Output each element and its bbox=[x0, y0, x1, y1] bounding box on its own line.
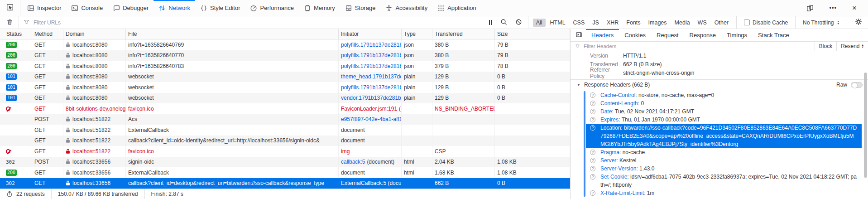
resend-dropdown-button[interactable]: Resend ▲▼ bbox=[836, 42, 868, 51]
tab-memory[interactable]: Memory bbox=[299, 0, 340, 16]
pick-element-button[interactable] bbox=[0, 0, 20, 16]
details-tab-response[interactable]: Response bbox=[684, 29, 722, 41]
tab-application[interactable]: Application bbox=[432, 0, 481, 16]
request-row[interactable]: 101GETlocalhost:8080websocketpolyfills.1… bbox=[0, 82, 570, 93]
header-row-pragma[interactable]: ?Pragma: no-cache bbox=[586, 148, 862, 156]
tab-style-editor[interactable]: Style Editor bbox=[195, 0, 245, 16]
search-requests-button[interactable] bbox=[496, 16, 511, 29]
header-row-content-length[interactable]: ?Content-Length: 0 bbox=[586, 99, 862, 107]
details-tab-headers[interactable]: Headers bbox=[586, 29, 619, 41]
tab-performance[interactable]: Performance bbox=[245, 0, 298, 16]
block-url-button[interactable]: Block bbox=[815, 42, 836, 51]
details-tab-cookies[interactable]: Cookies bbox=[619, 29, 651, 41]
header-row-expires[interactable]: ?Expires: Thu, 01 Jan 1970 00:00:00 GMT bbox=[586, 116, 862, 124]
column-header-file[interactable]: File bbox=[126, 29, 339, 39]
initiator-link[interactable]: ExternalCallback:5 (docume… bbox=[341, 180, 402, 186]
initiator-link[interactable]: vendor.1791b137de281b787… bbox=[341, 95, 402, 101]
type-filter-css[interactable]: CSS bbox=[570, 19, 588, 27]
details-tab-timings[interactable]: Timings bbox=[721, 29, 753, 41]
initiator-link[interactable]: polyfills.1791b137de281b787… bbox=[341, 42, 402, 48]
column-header-status[interactable]: Status bbox=[0, 29, 32, 39]
request-row[interactable]: 200GETlocalhost:33656ExternalCallbackdoc… bbox=[0, 167, 570, 178]
tab-inspector[interactable]: Inspector bbox=[22, 0, 66, 16]
header-help-icon[interactable]: ? bbox=[590, 174, 595, 180]
header-help-icon[interactable]: ? bbox=[590, 125, 595, 131]
network-settings-button[interactable] bbox=[849, 18, 868, 27]
header-help-icon[interactable]: ? bbox=[590, 92, 595, 98]
block-requests-button[interactable] bbox=[511, 16, 526, 29]
disable-cache-checkbox[interactable] bbox=[744, 19, 750, 25]
request-row[interactable]: GETlocalhost:51822favicon.icoimgCSP bbox=[0, 146, 570, 157]
header-row-set-cookie[interactable]: ?Set-Cookie: idsrv=adf6cba1-7075-402b-9e… bbox=[586, 173, 862, 189]
request-row[interactable]: 302GETlocalhost:33656callback?client_id=… bbox=[0, 178, 570, 189]
header-help-icon[interactable]: ? bbox=[590, 109, 595, 114]
initiator-link[interactable]: polyfills.1791b137de281b787… bbox=[341, 84, 402, 91]
header-row-server-version[interactable]: ?Server-Version: 1.43.0 bbox=[586, 165, 862, 173]
column-header-initiator[interactable]: Initiator bbox=[339, 29, 402, 39]
throttling-dropdown[interactable]: No Throttling ▲▼ bbox=[797, 19, 845, 26]
tab-console[interactable]: Console bbox=[66, 0, 108, 16]
disable-cache-control[interactable]: Disable Cache bbox=[739, 19, 793, 26]
request-row[interactable]: GETlocalhost:51822ExternalCallbackdocume… bbox=[0, 125, 570, 136]
method-cell: GET bbox=[32, 125, 63, 136]
initiator-link[interactable]: e957f897-042e-4ba1-aff1-… bbox=[341, 116, 402, 122]
initiator-link[interactable]: callback:5 bbox=[341, 159, 365, 165]
header-help-icon[interactable]: ? bbox=[590, 158, 595, 163]
filter-headers-input[interactable] bbox=[583, 42, 815, 51]
raw-toggle-switch[interactable] bbox=[851, 82, 863, 88]
domain-cell: localhost:51822 bbox=[63, 114, 126, 125]
pause-traffic-button[interactable] bbox=[485, 16, 496, 29]
header-row-server[interactable]: ?Server: Kestrel bbox=[586, 156, 862, 165]
details-scrollbar[interactable] bbox=[864, 73, 867, 178]
responsive-design-mode-button[interactable] bbox=[802, 0, 818, 16]
type-filter-media[interactable]: Media bbox=[671, 19, 693, 27]
type-filter-images[interactable]: Images bbox=[645, 19, 670, 27]
type-filter-ws[interactable]: WS bbox=[695, 19, 710, 27]
header-row-cache-control[interactable]: ?Cache-Control: no-store, no-cache, max-… bbox=[586, 91, 862, 99]
header-help-icon[interactable]: ? bbox=[590, 150, 595, 155]
request-row[interactable]: 302POSTlocalhost:33656signin-oidccallbac… bbox=[0, 157, 570, 168]
initiator-link[interactable]: polyfills.1791b137de281b787… bbox=[341, 63, 402, 69]
type-filter-html[interactable]: HTML bbox=[547, 19, 569, 27]
column-header-size[interactable]: Size bbox=[495, 29, 570, 39]
header-row-x-rate-limit-limit[interactable]: ?X-Rate-Limit-Limit: 1m bbox=[586, 189, 862, 197]
header-help-icon[interactable]: ? bbox=[590, 190, 595, 196]
tab-accessibility[interactable]: Accessibility bbox=[380, 0, 432, 16]
request-row[interactable]: 200GETlocalhost:8080info?t=1635826640769… bbox=[0, 39, 570, 50]
column-header-type[interactable]: Type bbox=[402, 29, 432, 39]
type-filter-xhr[interactable]: XHR bbox=[604, 19, 622, 27]
header-help-icon[interactable]: ? bbox=[590, 117, 595, 122]
request-row[interactable]: 200GETlocalhost:8080info?t=1635826640783… bbox=[0, 61, 570, 72]
type-filter-js[interactable]: JS bbox=[589, 19, 602, 27]
type-filter-all[interactable]: All bbox=[533, 19, 546, 27]
column-header-transferred[interactable]: Transferred bbox=[432, 29, 495, 39]
tab-debugger[interactable]: Debugger bbox=[108, 0, 153, 16]
details-tab-stack-trace[interactable]: Stack Trace bbox=[753, 29, 795, 41]
details-tab-request[interactable]: Request bbox=[651, 29, 684, 41]
initiator-link[interactable]: polyfills.1791b137de281b787… bbox=[341, 52, 402, 58]
column-header-domain[interactable]: Domain bbox=[63, 29, 126, 39]
tab-storage[interactable]: Storage bbox=[340, 0, 381, 16]
request-row[interactable]: POSTlocalhost:51822Acse957f897-042e-4ba1… bbox=[0, 114, 570, 125]
header-row-location[interactable]: ?Location: bitwarden://sso-callback?code… bbox=[586, 124, 862, 148]
type-filter-fonts[interactable]: Fonts bbox=[623, 19, 643, 27]
devtools-menu-button[interactable]: ••• bbox=[825, 0, 841, 16]
close-devtools-button[interactable]: × bbox=[848, 0, 861, 16]
filter-urls-input[interactable] bbox=[33, 19, 485, 26]
header-row-date[interactable]: ?Date: Tue, 02 Nov 2021 04:17:21 GMT bbox=[586, 107, 862, 116]
request-row[interactable]: 101GETlocalhost:8080websockettheme_head.… bbox=[0, 72, 570, 83]
header-help-icon[interactable]: ? bbox=[590, 101, 595, 106]
clear-requests-button[interactable] bbox=[0, 16, 19, 29]
response-headers-section-header[interactable]: ▼ Response Headers (662 B) Raw bbox=[571, 79, 868, 90]
tab-network[interactable]: Network bbox=[153, 0, 195, 16]
initiator-link[interactable]: theme_head.1791b137de281… bbox=[341, 73, 402, 80]
column-header-method[interactable]: Method bbox=[32, 29, 63, 39]
type-filter-other[interactable]: Other bbox=[711, 19, 732, 27]
request-row[interactable]: 200GETlocalhost:8080info?t=1635826640770… bbox=[0, 50, 570, 61]
header-help-icon[interactable]: ? bbox=[590, 166, 595, 171]
collapse-details-pane-button[interactable] bbox=[571, 29, 586, 41]
initiator-link[interactable]: FaviconLoader.jsm:191 bbox=[341, 106, 397, 112]
request-row[interactable]: GETlocalhost:51822callback?client_id=oid… bbox=[0, 136, 570, 146]
request-row[interactable]: GET8bit-solutions-dev.onelogin….favicon.… bbox=[0, 103, 570, 114]
request-row[interactable]: 101GETlocalhost:8080websocketvendor.1791… bbox=[0, 93, 570, 104]
